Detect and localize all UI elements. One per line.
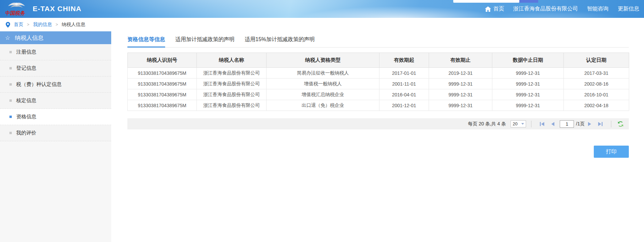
last-page-button[interactable] [598,122,603,126]
nav-smart-consult[interactable]: 智能咨询 [587,5,609,12]
page-summary: 每页 20 条,共 4 条 [468,121,506,127]
column-header: 数据中止日期 [492,53,564,68]
cell: 浙江香海食品股份有限公司 [197,79,267,89]
cell: 2001-12-01 [379,100,429,111]
nav-home-label: 首页 [493,5,504,12]
cell: 9999-12-31 [429,89,492,100]
cell: 2002-04-18 [564,100,629,111]
sidebar-item-record[interactable]: 登记信息 [0,60,111,77]
refresh-icon [618,121,623,127]
breadcrumb-myinfo-link[interactable]: 我的信息 [33,22,52,28]
next-page-button[interactable] [588,122,592,126]
cell: 9999-12-31 [492,79,564,89]
brand-title: E-TAX CHINA [33,5,82,13]
sidebar-item-tax-type[interactable]: 税（费）种认定信息 [0,77,111,93]
sidebar-item-label: 注册信息 [16,49,36,55]
sidebar-item-label: 登记信息 [16,65,36,71]
breadcrumb-separator: > [56,22,58,27]
table-row: 91330381704389675M 浙江香海食品股份有限公司 增值税一般纳税人… [128,79,629,89]
cell: 浙江香海食品股份有限公司 [197,100,267,111]
sidebar-header: ☆ 纳税人信息 [0,31,111,44]
table-header-row: 纳税人识别号 纳税人名称 纳税人资格类型 有效期起 有效期止 数据中止日期 认定… [128,53,629,68]
breadcrumb-home-link[interactable]: 首页 [14,22,23,28]
total-pages-label: /1页 [576,121,585,127]
page-size-value: 20 [513,121,517,126]
square-bullet-icon [9,116,12,118]
table-row: 91330381704389675M 浙江香海食品股份有限公司 增值税汇总纳税企… [128,89,629,100]
column-header: 纳税人名称 [197,53,267,68]
search-button[interactable] [519,0,538,3]
sidebar-item-verification[interactable]: 核定信息 [0,93,111,109]
top-header: 中国税务 E-TAX CHINA 首页 浙江香海食品股份有限公司 智能咨询 更新… [0,0,644,18]
nav-company[interactable]: 浙江香海食品股份有限公司 [513,5,578,12]
tab-addition-deduction-15-policy[interactable]: 适用15%加计抵减政策的声明 [245,36,315,47]
sidebar-item-label: 核定信息 [16,97,36,104]
sidebar-item-label: 资格信息 [16,114,36,120]
home-icon [485,6,491,12]
svg-text:中国税务: 中国税务 [5,10,26,16]
refresh-button[interactable] [618,121,623,127]
column-header: 有效期止 [429,53,492,68]
cell: 2019-12-31 [429,68,492,79]
cell: 浙江香海食品股份有限公司 [197,68,267,79]
page-size-select[interactable]: 20 [511,120,526,127]
sidebar-item-label: 税（费）种认定信息 [16,81,62,88]
chevron-down-icon [521,123,524,125]
first-page-button[interactable] [540,122,545,126]
column-header: 纳税人识别号 [128,53,197,68]
sidebar-item-qualification[interactable]: 资格信息 [0,109,111,125]
search-input[interactable] [453,0,519,3]
cell: 2017-03-31 [564,68,629,79]
column-header: 纳税人资格类型 [267,53,379,68]
tab-bar: 资格信息等信息 适用加计抵减政策的声明 适用15%加计抵减政策的声明 [127,31,629,48]
cell: 2016-04-01 [379,89,429,100]
nav-home[interactable]: 首页 [485,5,504,12]
cell: 2002-08-16 [564,79,629,89]
cell: 9999-12-31 [429,100,492,111]
main-content: 资格信息等信息 适用加计抵减政策的声明 适用15%加计抵减政策的声明 纳税人识别… [127,31,629,242]
cell: 91330381704389675M [128,89,197,100]
square-bullet-icon [9,132,12,134]
table-row: 91330381704389675M 浙江香海食品股份有限公司 出口退（免）税企… [128,100,629,111]
cell: 9999-12-31 [492,68,564,79]
square-bullet-icon [9,67,12,69]
column-header: 有效期起 [379,53,429,68]
table-row: 91330381704389675M 浙江香海食品股份有限公司 简易办法征收一般… [128,68,629,79]
print-row: 打印 [127,146,629,158]
cell: 91330381704389675M [128,68,197,79]
breadcrumb-separator: > [27,22,29,27]
square-bullet-icon [9,51,12,53]
divider [611,121,611,127]
prev-page-icon [551,122,555,126]
page-number-input[interactable] [560,120,574,128]
print-button[interactable]: 打印 [594,146,629,158]
cell: 91330381704389675M [128,100,197,111]
cell: 9999-12-31 [492,100,564,111]
prev-page-button[interactable] [551,122,555,126]
cell: 出口退（免）税企业 [267,100,379,111]
sidebar-item-label: 我的评价 [16,130,36,136]
qualification-table: 纳税人识别号 纳税人名称 纳税人资格类型 有效期起 有效期止 数据中止日期 认定… [127,53,629,111]
sidebar-item-register[interactable]: 注册信息 [0,44,111,60]
cell: 9999-12-31 [429,79,492,89]
tab-qualification-info[interactable]: 资格信息等信息 [127,36,165,47]
cell: 简易办法征收一般纳税人 [267,68,379,79]
tax-logo-icon: 中国税务 [5,1,28,17]
tab-addition-deduction-policy[interactable]: 适用加计抵减政策的声明 [175,36,235,47]
square-bullet-icon [9,83,12,86]
nav-smart-consult-label: 智能咨询 [587,5,609,12]
star-icon: ☆ [5,35,10,41]
nav-update-info[interactable]: 更新信息 [618,5,639,12]
next-page-icon [588,122,592,126]
cell: 91330381704389675M [128,79,197,89]
sidebar-item-my-evaluation[interactable]: 我的评价 [0,125,111,141]
pagination-bar: 每页 20 条,共 4 条 20 /1页 [127,118,629,129]
first-page-icon [540,122,545,126]
location-pin-icon [6,22,10,28]
breadcrumb-current: 纳税人信息 [62,22,85,28]
nav-update-info-label: 更新信息 [618,5,639,12]
sidebar: ☆ 纳税人信息 注册信息 登记信息 税（费）种认定信息 核定信息 资格信息 我的… [0,31,111,242]
cell: 增值税一般纳税人 [267,79,379,89]
cell: 2016-10-01 [564,89,629,100]
cell: 增值税汇总纳税企业 [267,89,379,100]
